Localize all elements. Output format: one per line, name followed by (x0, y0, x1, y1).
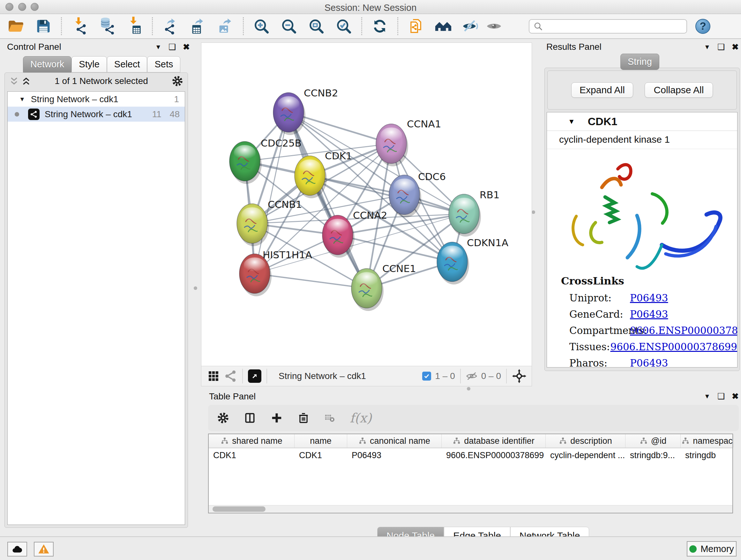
save-session-icon[interactable] (35, 18, 52, 35)
zoom-out-icon[interactable] (280, 18, 297, 35)
left-splitter-handle[interactable] (194, 287, 197, 290)
collapse-all-button[interactable]: Collapse All (645, 82, 713, 98)
table-cell[interactable]: P06493 (347, 448, 442, 462)
tab-select[interactable]: Select (107, 56, 147, 72)
tab-style[interactable]: Style (71, 56, 107, 72)
show-columns-icon[interactable] (244, 412, 256, 424)
crosslink-link[interactable]: 9606.ENSP00000378699 (610, 341, 737, 353)
export-network-icon[interactable] (162, 18, 179, 35)
table-row[interactable]: CDK1CDK1P064939606.ENSP00000378699cyclin… (209, 448, 732, 462)
node-CDC6[interactable]: CDC6 (389, 171, 446, 217)
titlebar: Session: New Session (0, 0, 741, 14)
selected-nodes-checkbox[interactable] (422, 372, 431, 381)
network-canvas[interactable]: CCNB2CCNA1CDC25BCDK1CDC6RB1CCNB1CCNA2CDK… (201, 43, 532, 366)
string-app-icon (28, 109, 40, 120)
node-CCNE1[interactable]: CCNE1 (351, 263, 416, 311)
node-label-CDC25B: CDC25B (261, 137, 301, 149)
node-CDKN1A[interactable]: CDKN1A (437, 237, 509, 285)
hidden-eye-icon[interactable] (466, 370, 477, 382)
crosslink-link[interactable]: P06493 (630, 308, 668, 320)
panel-close-icon[interactable]: ✖ (183, 43, 190, 51)
network-collection-row[interactable]: ▼ String Network – cdk1 1 (8, 91, 185, 107)
collection-expand-icon[interactable]: ▼ (19, 96, 25, 103)
memory-button[interactable]: Memory (687, 541, 737, 557)
column-header--id[interactable]: @id (625, 434, 681, 448)
edge-CCNA2-CDKN1A[interactable] (338, 235, 452, 262)
node-RB1[interactable]: RB1 (449, 189, 500, 237)
export-table-icon[interactable] (190, 18, 206, 35)
panel-float-icon[interactable]: ❑ (718, 392, 725, 400)
node-CCNA1[interactable]: CCNA1 (376, 118, 441, 166)
import-table-file-icon[interactable] (126, 18, 143, 35)
crosslink-link[interactable]: P06493 (630, 357, 668, 368)
delete-column-icon[interactable] (297, 412, 310, 424)
grid-view-icon[interactable] (207, 370, 220, 382)
network-row[interactable]: String Network – cdk1 11 48 (8, 107, 185, 122)
table-cell[interactable]: cyclin-dependent ... (546, 448, 625, 462)
table-hscrollbar-thumb[interactable] (212, 506, 266, 512)
tab-sets[interactable]: Sets (147, 56, 180, 72)
node-HIST1H1A[interactable]: HIST1H1A (239, 249, 312, 296)
zoom-in-icon[interactable] (253, 18, 270, 35)
table-cell[interactable]: stringdb (681, 448, 734, 462)
panel-menu-icon[interactable]: ▼ (704, 44, 711, 50)
zoom-selected-icon[interactable] (335, 18, 352, 35)
panel-float-icon[interactable]: ❑ (718, 43, 725, 51)
separator (460, 369, 461, 383)
table-settings-gear-icon[interactable] (217, 412, 229, 424)
tree-column-icon (220, 437, 229, 445)
column-header-canonical-name[interactable]: canonical name (347, 434, 442, 448)
panel-float-icon[interactable]: ❑ (169, 43, 176, 51)
table-cell[interactable]: 9606.ENSP00000378699 (442, 448, 546, 462)
bottom-splitter-handle[interactable] (467, 387, 470, 390)
warnings-button[interactable] (34, 542, 54, 557)
expand-all-button[interactable]: Expand All (571, 82, 633, 98)
panel-menu-icon[interactable]: ▼ (704, 393, 711, 399)
collapse-all-networks-icon[interactable] (9, 76, 19, 86)
string-network-graph[interactable]: CCNB2CCNA1CDC25BCDK1CDC6RB1CCNB1CCNA2CDK… (201, 43, 532, 366)
results-tab-string[interactable]: String (620, 54, 659, 70)
import-network-file-icon[interactable] (71, 18, 88, 35)
import-network-database-icon[interactable] (98, 18, 115, 35)
table-cell[interactable]: CDK1 (294, 448, 347, 462)
refresh-icon[interactable] (372, 18, 388, 35)
node-CCNA2[interactable]: CCNA2 (322, 209, 387, 258)
panel-close-icon[interactable]: ✖ (732, 43, 739, 51)
results-panel-body: Expand All Collapse All ▼ CDK1 cyclin-de… (544, 68, 740, 371)
crosslink-row: Pharos:P06493 (569, 357, 737, 368)
tab-network[interactable]: Network (23, 56, 71, 72)
panel-menu-icon[interactable]: ▼ (155, 44, 161, 50)
separator (506, 369, 507, 383)
hide-glass-eye-icon[interactable] (462, 18, 479, 35)
open-session-icon[interactable] (8, 18, 24, 35)
expand-all-networks-icon[interactable] (21, 76, 31, 86)
column-header-shared-name[interactable]: shared name (209, 434, 294, 448)
table-cell[interactable]: CDK1 (209, 448, 294, 462)
table-hscrollbar[interactable] (209, 505, 732, 513)
node-label-RB1: RB1 (480, 189, 500, 200)
column-header-database-identifier[interactable]: database identifier (442, 434, 546, 448)
string-document-icon[interactable] (408, 18, 424, 35)
crosslink-link[interactable]: P06493 (630, 292, 668, 304)
table-cell[interactable]: stringdb:9... (625, 448, 681, 462)
column-header-name[interactable]: name (294, 434, 347, 448)
export-image-icon[interactable] (217, 18, 233, 35)
home-icon[interactable] (435, 18, 452, 35)
right-splitter-handle[interactable] (532, 210, 535, 214)
network-share-icon[interactable] (224, 370, 237, 382)
column-header-description[interactable]: description (546, 434, 625, 448)
search-input[interactable] (529, 19, 687, 34)
help-button[interactable]: ? (695, 19, 711, 34)
gene-expand-icon[interactable]: ▼ (568, 118, 575, 126)
crosslink-link[interactable]: 9606.ENSP00000378699 (630, 325, 738, 336)
cloud-button[interactable] (7, 542, 27, 557)
panel-close-icon[interactable]: ✖ (732, 392, 739, 400)
birds-eye-view-icon[interactable] (248, 369, 261, 383)
crosshair-move-icon[interactable] (512, 369, 527, 383)
network-options-gear-icon[interactable] (172, 75, 183, 87)
column-header-namespac[interactable]: namespac (681, 434, 734, 448)
zoom-fit-icon[interactable] (308, 18, 325, 35)
gene-name: CDK1 (588, 115, 617, 128)
add-column-icon[interactable] (271, 412, 283, 424)
show-eye-icon[interactable] (486, 18, 502, 35)
